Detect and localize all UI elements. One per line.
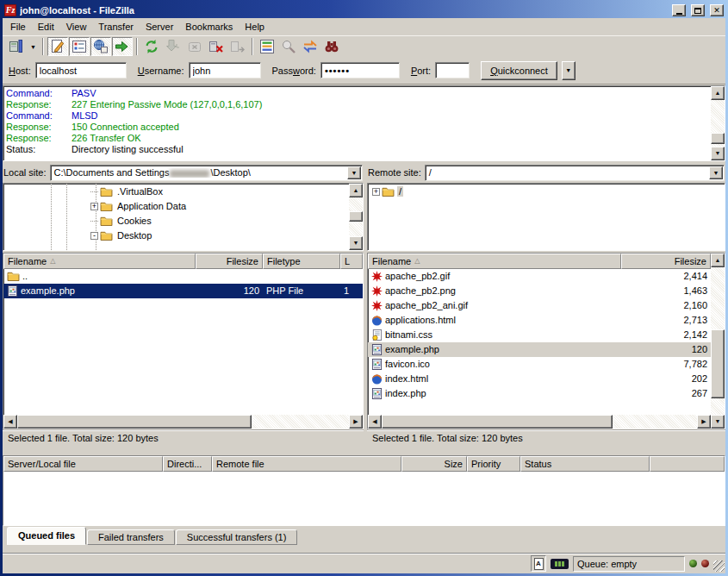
- toolbar-separator: [42, 38, 44, 55]
- scroll-track[interactable]: [349, 197, 363, 236]
- cancel-button[interactable]: [184, 37, 205, 56]
- column-header-remote-file[interactable]: Remote file: [212, 456, 401, 472]
- toggle-remote-tree-button[interactable]: [90, 37, 111, 56]
- scroll-left-button[interactable]: ◀: [368, 415, 382, 429]
- close-button[interactable]: ✕: [710, 4, 724, 16]
- toggle-queue-button[interactable]: [112, 37, 133, 56]
- file-row-index-php[interactable]: index.php267: [368, 386, 711, 401]
- menu-help[interactable]: Help: [239, 20, 271, 34]
- title-bar[interactable]: Fz john@localhost - FileZilla ✕: [3, 3, 725, 18]
- scroll-thumb[interactable]: [711, 329, 725, 398]
- tab-successful-transfers-1[interactable]: Successful transfers (1): [176, 529, 298, 545]
- local-tree-scrollbar[interactable]: ▲ ▼: [349, 184, 363, 250]
- file-row-apache-pb2-png[interactable]: apache_pb2.png1,463: [368, 284, 711, 298]
- filter-button[interactable]: [257, 37, 277, 56]
- file-row-bitnami-css[interactable]: bitnami.css2,142: [368, 328, 711, 342]
- column-header-filesize[interactable]: Filesize: [621, 254, 711, 269]
- find-files-button[interactable]: [321, 37, 342, 56]
- scroll-thumb[interactable]: [17, 415, 252, 429]
- column-header-filesize[interactable]: Filesize: [196, 254, 263, 269]
- site-manager-dropdown-button[interactable]: ▼: [28, 37, 39, 56]
- remote-site-combo[interactable]: / ▼: [425, 165, 725, 181]
- remote-horizontal-scrollbar[interactable]: ◀ ▶: [368, 415, 711, 429]
- expand-icon[interactable]: +: [372, 188, 380, 196]
- file-row-example-php[interactable]: example.php120: [368, 342, 711, 357]
- file-row-favicon-ico[interactable]: favicon.ico7,782: [368, 357, 711, 372]
- tab-queued-files[interactable]: Queued files: [7, 527, 86, 545]
- menu-view[interactable]: View: [60, 20, 93, 34]
- column-header-filetype[interactable]: Filetype: [263, 254, 340, 269]
- scroll-up-button[interactable]: ▲: [711, 254, 725, 267]
- file-row-apache-pb2-gif[interactable]: apache_pb2.gif2,414: [368, 269, 711, 284]
- expand-icon[interactable]: +: [90, 203, 98, 210]
- column-header-priority[interactable]: Priority: [467, 456, 520, 472]
- host-input[interactable]: [35, 62, 127, 78]
- scroll-down-button[interactable]: ▼: [711, 147, 725, 160]
- log-scrollbar[interactable]: ▲ ▼: [711, 86, 725, 160]
- password-input[interactable]: [320, 62, 400, 78]
- tree-item-virtualbox[interactable]: .VirtualBox: [3, 185, 349, 199]
- menu-transfer[interactable]: Transfer: [92, 20, 140, 34]
- tab-failed-transfers[interactable]: Failed transfers: [87, 529, 175, 545]
- disconnect-button[interactable]: [206, 37, 227, 56]
- scroll-thumb[interactable]: [382, 415, 613, 429]
- menu-file[interactable]: File: [4, 20, 32, 34]
- scroll-right-button[interactable]: ▶: [349, 415, 363, 429]
- port-input[interactable]: [435, 62, 470, 78]
- username-input[interactable]: [189, 62, 261, 78]
- local-site-combo[interactable]: C:\Documents and Settings\Desktop\ ▼: [50, 165, 363, 181]
- menu-edit[interactable]: Edit: [32, 20, 60, 34]
- scroll-track[interactable]: [382, 415, 697, 429]
- tree-item-cookies[interactable]: Cookies: [3, 214, 349, 229]
- minimize-button[interactable]: [672, 4, 686, 16]
- menu-server[interactable]: Server: [140, 20, 179, 34]
- scroll-track[interactable]: [17, 415, 349, 429]
- scroll-down-button[interactable]: ▼: [349, 236, 363, 250]
- local-tree-rows: .VirtualBox+Application DataCookies-Desk…: [3, 184, 349, 250]
- refresh-button[interactable]: [141, 37, 162, 56]
- scroll-track[interactable]: [711, 267, 725, 415]
- directory-comparison-button[interactable]: [278, 37, 299, 56]
- column-header-l[interactable]: L: [340, 254, 363, 269]
- local-site-dropdown-button[interactable]: ▼: [347, 166, 361, 179]
- column-header-status[interactable]: Status: [520, 456, 650, 472]
- file-row-apache-pb2-ani-gif[interactable]: apache_pb2_ani.gif2,160: [368, 298, 711, 313]
- remote-vertical-scrollbar[interactable]: ▲ ▼: [711, 254, 725, 429]
- column-header-filename[interactable]: Filename△: [3, 254, 196, 269]
- scroll-up-button[interactable]: ▲: [349, 184, 363, 197]
- synchronized-browsing-button[interactable]: [300, 37, 320, 56]
- remote-site-dropdown-button[interactable]: ▼: [709, 166, 723, 179]
- column-header-server-local-file[interactable]: Server/Local file: [3, 456, 163, 472]
- quickconnect-button[interactable]: Quickconnect: [481, 61, 557, 80]
- menu-bookmarks[interactable]: Bookmarks: [179, 20, 239, 34]
- maximize-icon: [694, 8, 701, 14]
- toggle-message-log-button[interactable]: [47, 37, 68, 56]
- resize-grip[interactable]: [713, 560, 725, 572]
- file-row-item[interactable]: ..: [3, 269, 363, 284]
- file-row-applications-html[interactable]: applications.html2,713: [368, 313, 711, 328]
- column-header-size[interactable]: Size: [401, 456, 467, 472]
- scroll-thumb[interactable]: [349, 211, 363, 222]
- scroll-up-button[interactable]: ▲: [711, 86, 725, 100]
- toggle-local-tree-button[interactable]: [69, 37, 90, 56]
- file-row-example-php[interactable]: example.php120PHP File1: [3, 284, 363, 298]
- column-header-filename[interactable]: Filename△: [368, 254, 621, 269]
- local-horizontal-scrollbar[interactable]: ◀ ▶: [3, 415, 363, 429]
- scroll-track[interactable]: [711, 100, 725, 147]
- process-queue-button[interactable]: [163, 37, 184, 56]
- scroll-down-button[interactable]: ▼: [711, 415, 725, 429]
- collapse-icon[interactable]: -: [90, 232, 98, 240]
- site-manager-button[interactable]: [6, 37, 27, 56]
- quickconnect-dropdown-button[interactable]: ▼: [562, 61, 576, 80]
- column-header-directi[interactable]: Directi...: [163, 456, 212, 472]
- reconnect-button[interactable]: [227, 37, 248, 56]
- tree-item-root[interactable]: +/: [368, 185, 725, 199]
- file-row-index-html[interactable]: index.html202: [368, 372, 711, 386]
- image-file-icon: [371, 285, 383, 297]
- scroll-thumb[interactable]: [711, 133, 725, 144]
- maximize-button[interactable]: [691, 4, 705, 16]
- scroll-left-button[interactable]: ◀: [3, 415, 17, 429]
- tree-item-application-data[interactable]: +Application Data: [3, 199, 349, 214]
- tree-item-desktop[interactable]: -Desktop: [3, 229, 349, 243]
- scroll-right-button[interactable]: ▶: [697, 415, 711, 429]
